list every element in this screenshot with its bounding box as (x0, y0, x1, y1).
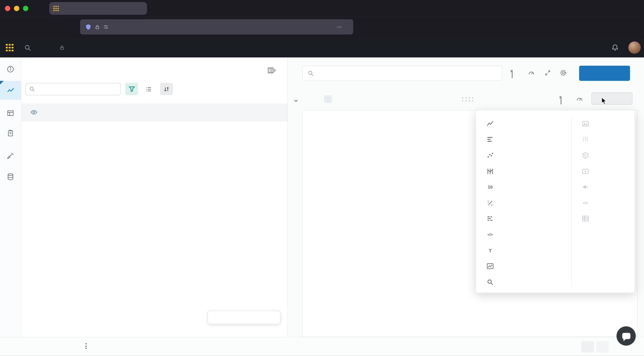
parameter-importance-icon (487, 215, 494, 222)
browser-nav-bar (0, 16, 644, 38)
group-button[interactable] (142, 83, 155, 95)
filter-button[interactable] (125, 83, 138, 95)
menu-item-markdown[interactable]: T (476, 243, 634, 259)
support-chat-button[interactable] (616, 326, 636, 346)
notifications-bell-icon[interactable] (611, 43, 619, 53)
custom-chart-icon (487, 263, 494, 270)
permissions-icon[interactable] (103, 24, 109, 30)
private-lock-icon (60, 45, 64, 50)
tracking-shield-icon[interactable] (85, 24, 92, 30)
code-icon: </> (487, 231, 494, 238)
scalar-chart-icon: 10 (487, 183, 494, 191)
scatter-plot-icon (487, 152, 494, 159)
markdown-icon: T (487, 247, 494, 254)
video-icon (582, 168, 589, 175)
avatar[interactable] (628, 41, 641, 54)
breadcrumb (41, 45, 64, 50)
zoom-badge[interactable] (337, 26, 342, 27)
add-panel-button[interactable] (591, 92, 632, 105)
bar-chart-icon (487, 136, 494, 143)
expand-panels-icon[interactable] (544, 69, 551, 78)
sort-arrows-icon (164, 86, 170, 92)
section-count-badge (324, 95, 332, 103)
parallel-coordinates-icon (487, 168, 494, 175)
search-panels-input[interactable] (317, 69, 497, 77)
search-icon (29, 86, 35, 92)
section-gauge-icon[interactable] (576, 95, 583, 104)
visibility-all-eye-icon[interactable] (30, 108, 38, 116)
list-icon (146, 86, 152, 92)
line-chart-icon (6, 86, 14, 94)
sidebar-item-reports[interactable] (0, 123, 21, 142)
menu-item-code[interactable]: </> (476, 227, 634, 243)
window-zoom-button[interactable] (23, 6, 28, 11)
redo-button[interactable] (596, 341, 609, 353)
browser-tab-bar (0, 0, 644, 16)
global-search-icon[interactable] (24, 44, 31, 51)
sidebar-item-artifacts[interactable] (0, 167, 21, 186)
runs-search-box[interactable] (26, 83, 121, 95)
menu-item-html: </> (579, 195, 635, 211)
sidebar-item-table[interactable] (0, 103, 21, 122)
browser-tab[interactable] (49, 2, 147, 15)
settings-gear-icon[interactable] (560, 69, 567, 78)
sidebar-item-workspace[interactable] (0, 81, 21, 100)
create-report-button[interactable] (579, 66, 630, 81)
sidebar-item-overview[interactable] (0, 59, 21, 78)
x-axis-settings-icon[interactable] (512, 70, 513, 77)
section-collapse-chevron-icon[interactable] (294, 97, 298, 105)
weave-search-icon (487, 279, 494, 286)
svg-text:1: 1 (488, 200, 489, 203)
wandb-logo[interactable] (6, 44, 14, 51)
sidebar-item-sweeps[interactable] (0, 146, 21, 165)
undo-button[interactable] (581, 341, 594, 353)
search-icon (308, 70, 314, 76)
menu-item-audio (579, 179, 635, 195)
wandb-header (0, 38, 644, 57)
svg-text:2: 2 (491, 204, 492, 207)
runs-panel (22, 57, 288, 337)
menu-divider (571, 116, 572, 287)
wandb-favicon (53, 5, 59, 11)
sort-button[interactable] (160, 83, 173, 95)
menu-item-text-table (579, 211, 635, 227)
url-bar[interactable] (80, 19, 353, 35)
lock-icon[interactable] (95, 24, 100, 29)
cube-icon (582, 152, 589, 159)
svg-text:T: T (489, 248, 492, 253)
svg-text:</>: </> (583, 201, 588, 205)
line-plot-icon (487, 120, 494, 127)
project-sidebar (0, 57, 22, 337)
window-close-button[interactable] (5, 6, 10, 11)
text-table-icon (582, 215, 589, 222)
info-icon (6, 65, 14, 73)
section-drag-handle[interactable] (462, 97, 463, 98)
runs-list-header[interactable] (22, 103, 288, 121)
section-x-axis-icon[interactable] (560, 96, 562, 104)
audio-speaker-icon (582, 183, 589, 191)
artifacts-database-icon (6, 173, 14, 180)
menu-item-images (579, 116, 635, 132)
plotly-icon (582, 136, 589, 143)
menu-item-custom-chart[interactable] (476, 258, 634, 274)
funnel-icon (128, 86, 135, 92)
images-icon (582, 120, 589, 127)
svg-text:10: 10 (488, 185, 492, 189)
smoothing-gauge-icon[interactable] (528, 69, 535, 78)
html-code-icon: </> (582, 199, 589, 207)
table-icon (6, 109, 14, 117)
add-panel-menu-right: </> (579, 116, 635, 227)
run-comparer-icon: 12 (487, 199, 494, 207)
chat-bubble-icon (622, 333, 630, 339)
menu-item-video (579, 163, 635, 179)
runs-table-expand-icon[interactable] (268, 67, 276, 76)
svg-text:</>: </> (488, 233, 493, 237)
menu-item-3d-objects (579, 147, 635, 163)
sweeps-broom-icon (6, 152, 14, 159)
runs-search-input[interactable] (38, 86, 115, 93)
workspace-kebab-icon[interactable] (86, 343, 87, 349)
menu-item-weave[interactable] (476, 274, 634, 290)
window-minimize-button[interactable] (14, 6, 19, 11)
add-panel-menu: 10 12 </> T </> (476, 110, 635, 293)
panel-search-box[interactable] (302, 66, 502, 81)
